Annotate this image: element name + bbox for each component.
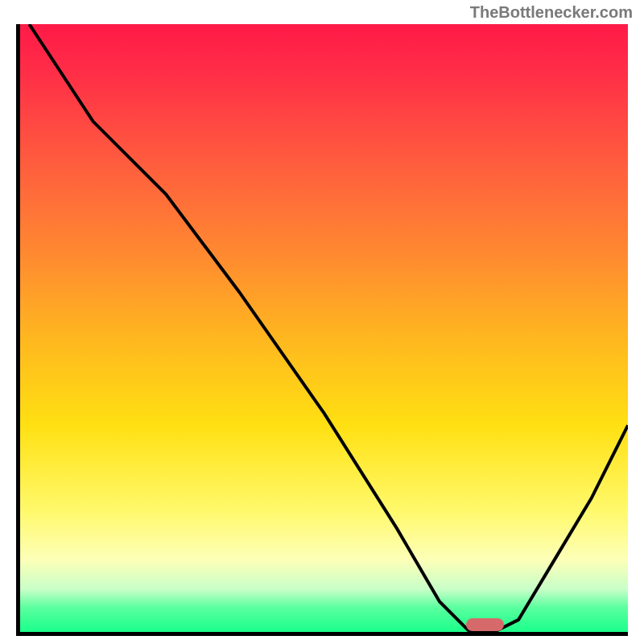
attribution-watermark: TheBottlenecker.com bbox=[470, 3, 633, 22]
optimal-marker bbox=[466, 618, 505, 631]
chart-plot-area bbox=[16, 24, 628, 636]
bottleneck-curve bbox=[20, 24, 628, 632]
curve-path bbox=[29, 24, 628, 632]
